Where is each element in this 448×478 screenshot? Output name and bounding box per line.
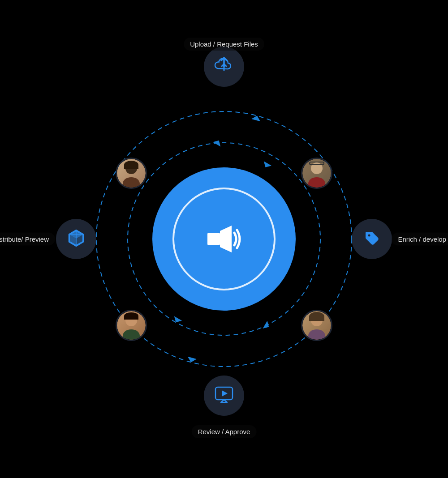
avatar-top-left xyxy=(116,158,147,189)
svg-marker-5 xyxy=(187,357,197,363)
center-circle-inner xyxy=(172,188,276,290)
enrich-label: Enrich / develop xyxy=(392,233,448,246)
svg-marker-7 xyxy=(263,321,271,331)
center-circle xyxy=(152,167,296,311)
distribute-label: Distribute/ Preview xyxy=(0,233,55,246)
upload-node[interactable] xyxy=(204,47,244,87)
enrich-node[interactable] xyxy=(352,219,392,259)
person2-avatar xyxy=(302,159,331,188)
avatar-top-right xyxy=(301,158,332,189)
tag-icon xyxy=(363,230,380,248)
person3-avatar xyxy=(117,311,146,340)
svg-marker-6 xyxy=(213,138,223,147)
svg-marker-8 xyxy=(262,161,271,170)
svg-marker-4 xyxy=(252,115,262,121)
svg-point-11 xyxy=(368,235,370,237)
workflow-diagram: Upload / Request Files Enrich / develop xyxy=(49,38,399,440)
distribute-node[interactable] xyxy=(56,219,96,259)
play-comment-icon xyxy=(214,386,234,405)
cloud-upload-icon xyxy=(214,57,234,77)
avatar-bottom-left xyxy=(116,310,147,341)
person1-avatar xyxy=(117,159,146,188)
speakerbox-icon xyxy=(204,223,244,255)
person4-avatar xyxy=(302,311,331,340)
svg-marker-2 xyxy=(252,115,262,121)
upload-label: Upload / Request Files xyxy=(184,38,264,51)
svg-marker-9 xyxy=(172,316,182,325)
svg-marker-3 xyxy=(187,357,197,363)
review-node[interactable] xyxy=(204,376,244,416)
svg-rect-15 xyxy=(207,233,220,245)
review-label: Review / Approve xyxy=(192,425,257,438)
cube-icon xyxy=(67,229,86,249)
avatar-bottom-right xyxy=(301,310,332,341)
